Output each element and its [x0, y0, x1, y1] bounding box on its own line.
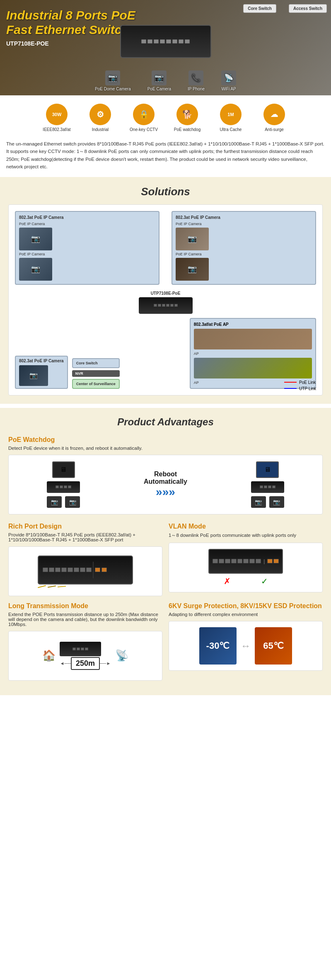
transmission-image: 🏠 ◄── 250m ──►	[8, 631, 162, 681]
solutions-bottom-row: 802.3at PoE IP Camera 📷 Core Switch NVR …	[15, 318, 316, 389]
vlan-divider: |	[263, 558, 265, 564]
wifi-ap-icon: 📡	[221, 70, 236, 85]
cable-lines	[38, 586, 133, 587]
mini-port-4	[166, 304, 169, 307]
feature-cctv: 🔒 One-key CCTV	[126, 104, 162, 132]
camera3-thumb: 📷	[19, 365, 48, 386]
vlan-p8	[256, 559, 261, 563]
watchdog-title: PoE Watchdog	[8, 436, 323, 444]
mini-port-6	[174, 304, 178, 307]
watchdog-monitor-left: 🖥	[52, 461, 75, 478]
distance-row: ◄── 250m ──►	[60, 657, 111, 670]
legend-poe-label: PoE Link	[299, 380, 316, 385]
product-description: The un-managed Ethernet switch provides …	[0, 140, 331, 177]
solutions-section: Solutions 802.3at PoE IP Camera PoE IP C…	[0, 177, 331, 404]
vlan-check-mark: ✓	[261, 576, 268, 586]
watchdog-cam-right1: 📷	[251, 496, 266, 508]
vlan-p4	[231, 559, 237, 563]
feature-industrial-icon: ⚙	[89, 104, 111, 125]
device-dome-camera: 📷 PoE Dome Camera	[95, 70, 131, 91]
camera1-item1: PoE IP Camera	[19, 222, 52, 226]
solutions-camera-box-left: 802.3at PoE IP Camera PoE IP Camera 📷 Po…	[15, 211, 159, 285]
camera-box2-title: 802.3at PoE IP Camera	[176, 215, 312, 220]
wd-port-r4	[272, 485, 275, 488]
legend-utp: UTP Link	[284, 386, 316, 391]
port-8	[185, 39, 190, 44]
transmission-row: 🏠 ◄── 250m ──►	[42, 642, 128, 670]
watchdog-switch-right	[251, 481, 284, 493]
vlan-desc: 1～8 downlink PoE ports communicate with …	[169, 532, 323, 539]
surge-desc: Adapting to different complex environmen…	[169, 612, 323, 617]
watchdog-cams-left: 📷 📷	[47, 496, 80, 508]
wd-port-r2	[264, 485, 267, 488]
port-4	[160, 39, 165, 44]
camera-box1-title: 802.3at PoE IP Camera	[19, 215, 155, 220]
vlan-switch-body: |	[208, 549, 283, 574]
cable1	[38, 585, 46, 588]
port-7	[179, 39, 184, 44]
camera-box1-list: PoE IP Camera 📷 PoE IP Camera 📷	[19, 222, 52, 281]
vlan-p2	[219, 559, 224, 563]
feature-cctv-icon: 🔒	[133, 104, 155, 125]
ap-label1: AP	[194, 352, 312, 356]
solutions-switch-image	[139, 297, 193, 314]
legend-utp-line	[284, 388, 297, 389]
feature-cache-icon: 1M	[220, 104, 242, 125]
ap-thumb2	[194, 358, 312, 378]
watchdog-cam-left1: 📷	[47, 496, 62, 508]
features-bar: 30W IEEE802.3af/at ⚙ Industrial 🔒 One-ke…	[0, 95, 331, 140]
camera2-thumb2: 📷	[176, 258, 209, 281]
dome-camera-label: PoE Dome Camera	[95, 87, 131, 91]
trans-switch	[60, 642, 101, 656]
transmission-diagram: 🏠 ◄── 250m ──►	[42, 642, 128, 670]
temp-hot-box: 65℃	[255, 627, 292, 665]
core-switch-diagram-label: Core Switch	[76, 361, 116, 365]
feature-cache-label: Ultra Cache	[220, 127, 242, 132]
watchdog-cam-right2: 📷	[269, 496, 284, 508]
legend-poe: PoE Link	[284, 380, 316, 385]
legend-utp-label: UTP Link	[299, 386, 316, 391]
cable2	[48, 585, 56, 587]
solutions-center: UTP7108E-PoE	[15, 291, 316, 314]
trans-surge-row: Long Transmission Mode Extend the POE Po…	[8, 602, 323, 681]
rich-p1	[43, 568, 48, 572]
hero-title-line1: Industrial 8 Ports PoE	[6, 8, 135, 22]
watchdog-desc: Detect PoE device when it is frozen, and…	[8, 446, 323, 451]
feature-watchdog-icon: 🐕	[176, 104, 198, 125]
reboot-label-line1: Reboot	[144, 471, 187, 478]
watchdog-cams-right: 📷 📷	[251, 496, 284, 508]
solutions-title: Solutions	[8, 185, 323, 198]
solutions-bottom-left: 802.3at PoE IP Camera 📷 Core Switch NVR …	[15, 356, 120, 389]
rich-port-col: Rich Port Design Provide 8*10/100Base-T …	[8, 523, 162, 596]
cable3	[58, 586, 66, 587]
camera-box2-images: PoE IP Camera 📷 PoE IP Camera 📷	[176, 222, 312, 281]
ip-phone-icon: 📞	[188, 70, 203, 85]
distance-label: 250m	[71, 657, 100, 670]
rich-p7	[80, 568, 85, 572]
dish-icon: 📡	[115, 649, 128, 662]
surge-separator: ↔	[241, 627, 251, 665]
hero-title-line2: Fast Ethernet Switch	[6, 23, 129, 36]
transmission-col: Long Transmission Mode Extend the POE Po…	[8, 602, 162, 681]
wd-port-r1	[260, 485, 263, 488]
hero-title: Industrial 8 Ports PoE Fast Ethernet Swi…	[6, 8, 135, 37]
access-switch-box: Access Switch	[289, 4, 327, 13]
vlan-p7	[249, 559, 255, 563]
surge-temps: -30℃ ↔ 65℃	[199, 627, 292, 665]
camera2-item2: PoE IP Camera	[176, 252, 209, 256]
vlan-uplink1	[267, 559, 273, 563]
ts-p4	[85, 648, 88, 650]
wd-port-1	[56, 485, 59, 488]
feature-antisurge: ☁ Anti-surge	[257, 104, 292, 132]
rich-p-uplink1	[95, 568, 100, 572]
port-5	[166, 39, 171, 44]
mini-port-3	[162, 304, 165, 307]
diagram-legend: PoE Link UTP Link	[284, 380, 316, 391]
vlan-p1	[213, 559, 218, 563]
rich-port-desc: Provide 8*10/100Base-T RJ45 PoE ports (I…	[8, 532, 162, 542]
legend-poe-line	[284, 382, 297, 383]
advantages-section: Product Advantages PoE Watchdog Detect P…	[0, 408, 331, 695]
rich-p5	[68, 568, 73, 572]
vlan-p6	[243, 559, 249, 563]
ts-p2	[77, 648, 80, 650]
